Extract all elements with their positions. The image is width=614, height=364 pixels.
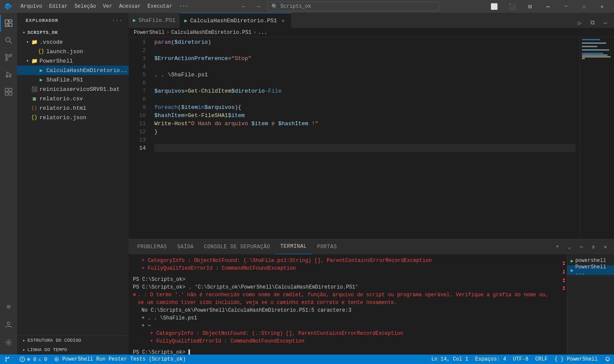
term-error-caret: + ~ — [141, 322, 151, 330]
forward-button[interactable]: → — [253, 2, 264, 11]
tab-calcula-close-icon[interactable]: ✕ — [280, 17, 286, 24]
status-spaces: Espaços: 4 — [475, 356, 506, 362]
back-button[interactable]: ← — [238, 2, 250, 11]
panel-tab-problemas[interactable]: PROBLEMAS — [132, 239, 172, 254]
activity-explorer[interactable] — [0, 15, 17, 32]
panel-add-icon[interactable]: + — [552, 242, 563, 252]
tree-item-powershell-folder[interactable]: ▾ 📁 PowerShell — [17, 56, 129, 66]
code-area[interactable]: param($diretorio) $ErrorActionPreference… — [150, 37, 575, 239]
activity-extensions[interactable] — [0, 83, 17, 100]
term-fq-error-2: + FullyQualifiedErrorId : CommandNotFoun… — [150, 337, 304, 345]
svg-rect-0 — [5, 20, 8, 24]
panel-tabs-right: + ⌄ ⋯ ∧ ✕ — [552, 242, 611, 252]
panel-tab-console[interactable]: CONSOLE DE DEPURAÇÃO — [199, 239, 275, 254]
breadcrumb-dots[interactable]: ... — [258, 30, 268, 36]
status-pester[interactable]: PowerShell Run Pester Tests (Scripts_ok) — [51, 355, 189, 364]
line-num-7: 7 — [129, 87, 146, 95]
menu-more-icon[interactable]: ··· — [176, 0, 192, 13]
activity-bottom: ⊞ — [0, 298, 17, 355]
tree-item-csv[interactable]: ▸ ▦ relatorio.csv — [17, 94, 129, 103]
svg-point-10 — [9, 75, 11, 77]
split-editor-icon[interactable]: ⧉ — [587, 18, 598, 28]
menu-ver[interactable]: Ver — [99, 0, 116, 13]
more-icon[interactable]: ⋯ — [539, 0, 557, 13]
tree-item-launch-json[interactable]: ▸ {} launch.json — [17, 47, 129, 56]
term-line-11: PS C:\Scripts_ok> ▌ — [133, 349, 557, 355]
tree-root[interactable]: ▾ SCRIPTS_OK — [17, 28, 129, 37]
menu-editar[interactable]: Editar — [45, 0, 71, 13]
tab-shafile[interactable]: ▶ ShaFile.PS1 — [129, 13, 180, 28]
activity-source-control[interactable] — [0, 49, 17, 66]
terminal-output[interactable]: + CategoryInfo : ObjectNotFound: (.\ShaF… — [129, 254, 561, 355]
panel-up-icon[interactable]: ∧ — [588, 242, 599, 252]
status-indent[interactable]: Espaços: 4 — [472, 355, 509, 364]
panel-area: PROBLEMAS SAÍDA CONSOLE DE DEPURAÇÃO TER… — [129, 239, 614, 355]
tab-calcula-hash[interactable]: ▶ CalculaHashEmDiretorio.PS1 ✕ — [180, 13, 291, 28]
code-line-6 — [154, 79, 575, 87]
menu-executar[interactable]: Executar — [144, 0, 176, 13]
terminal-instance-label-2: PowerShell ... — [575, 264, 611, 276]
tree-item-shafile[interactable]: ▸ ▶ ShaFile.PS1 — [17, 75, 129, 84]
tabs-bar: ▶ ShaFile.PS1 ▶ CalculaHashEmDiretorio.P… — [129, 13, 614, 28]
activity-run-debug[interactable] — [0, 66, 17, 83]
line-num-11: 11 — [129, 120, 146, 128]
tree-item-vscode[interactable]: ▾ 📁 .vscode — [17, 37, 129, 47]
panel-tab-saida[interactable]: SAÍDA — [172, 239, 199, 254]
status-branch[interactable] — [0, 355, 16, 364]
breadcrumb-powershell[interactable]: PowerShell — [134, 30, 165, 36]
panel-tab-terminal[interactable]: TERMINAL — [275, 239, 312, 254]
status-errors[interactable]: ⊗ 0 ⚠ 0 — [16, 355, 51, 364]
activity-remote[interactable]: ⊞ — [0, 298, 17, 315]
status-encoding[interactable]: UTF-8 — [509, 355, 532, 364]
tree-item-html[interactable]: ▸ ⟨⟩ relatorio.html — [17, 103, 129, 113]
tree-item-bat[interactable]: ▸ ⬛ reiniciaservicoSRV01.bat — [17, 84, 129, 94]
status-eol[interactable]: CRLF — [532, 355, 551, 364]
term-blank-1 — [133, 272, 557, 276]
panel-tab-portas[interactable]: PORTAS — [312, 239, 342, 254]
svg-rect-12 — [5, 88, 8, 91]
status-notifications[interactable] — [601, 355, 614, 364]
term-error-1: . : O termo '.' não é reconhecido como n… — [138, 291, 557, 307]
tree-item-calcula-hash[interactable]: ▸ ▶ CalculaHashEmDiretorio.PS1 — [17, 66, 129, 75]
activity-bar: ⊞ — [0, 13, 17, 355]
tree-item-json2[interactable]: ▸ {} relatorio.json — [17, 113, 129, 122]
svg-point-17 — [8, 342, 10, 344]
term-line-9: + CategoryInfo : ObjectNotFound: (.:Stri… — [133, 330, 557, 337]
tree-arrow-vscode: ▾ — [24, 39, 31, 45]
activity-settings[interactable] — [0, 334, 17, 351]
menu-selecao[interactable]: Seleção — [71, 0, 99, 13]
minimize-button[interactable]: ─ — [557, 0, 575, 13]
breadcrumb-file[interactable]: CalculaHashEmDiretorio.PS1 — [171, 30, 251, 36]
menu-acessar[interactable]: Acessar — [116, 0, 144, 13]
line-num-14: 14 — [129, 144, 146, 152]
terminal-instance-powershell2[interactable]: ▶ PowerShell ... — [567, 265, 614, 275]
more-actions-icon[interactable]: ⋯ — [600, 18, 611, 28]
maximize-button[interactable]: ☐ — [575, 0, 593, 13]
bat-file-icon: ⬛ — [31, 86, 38, 93]
panel-more-icon[interactable]: ⋯ — [576, 242, 587, 252]
menu-arquivo[interactable]: Arquivo — [17, 0, 45, 13]
panels-icon[interactable]: ⊟ — [521, 0, 539, 13]
activity-search[interactable] — [0, 32, 17, 49]
sidebar-more-icon[interactable]: ··· — [112, 16, 122, 25]
split-icon[interactable]: ⬛ — [503, 0, 521, 13]
close-button[interactable]: ✕ — [593, 0, 611, 13]
panel-close-icon[interactable]: ✕ — [600, 242, 611, 252]
tree-root-arrow: ▾ — [21, 29, 27, 36]
code-line-7: $arquivos = Get-ChildItem $diretorio -Fi… — [154, 87, 575, 95]
tab-shafile-icon: ▶ — [133, 17, 136, 24]
line-num-12: 12 — [129, 128, 146, 136]
run-file-icon[interactable]: ▷ — [575, 18, 585, 28]
tree-label-calcula-hash: CalculaHashEmDiretorio.PS1 — [46, 67, 129, 74]
editor-scrollbar[interactable] — [575, 37, 580, 239]
term-prompt-1: PS C:\Scripts_ok> — [133, 276, 185, 283]
activity-account[interactable] — [0, 316, 17, 333]
command-search-bar[interactable]: 🔍 Scripts_ok — [268, 2, 439, 11]
panel-dropdown-icon[interactable]: ⌄ — [564, 242, 575, 252]
status-cursor-pos[interactable]: Ln 14, Col 1 — [428, 355, 472, 364]
sidebar-code-structure[interactable]: ▸ ESTRUTURA DO CÓDIGO — [17, 336, 129, 345]
sidebar-timeline[interactable]: ▸ LINHA DO TEMPO — [17, 345, 129, 355]
status-language[interactable]: { } PowerShell — [551, 355, 601, 364]
line-numbers: 1 2 3 4 5 6 7 8 9 10 11 12 13 14 — [129, 37, 150, 239]
layout-icon[interactable]: ⬜ — [485, 0, 503, 13]
